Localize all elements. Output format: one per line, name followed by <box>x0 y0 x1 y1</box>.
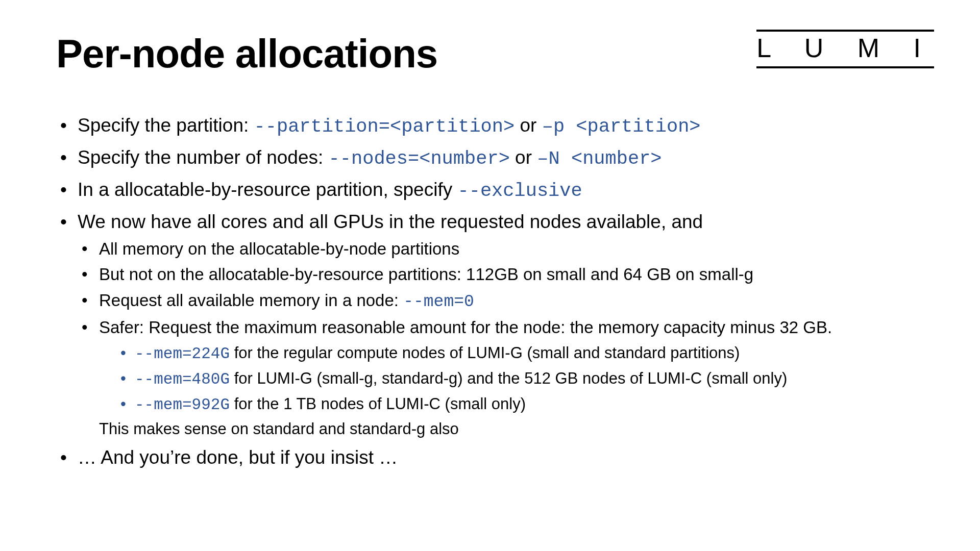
sub2-list: --mem=224G for the regular compute nodes… <box>99 342 924 416</box>
bullet-partition: Specify the partition: --partition=<part… <box>56 113 924 140</box>
sub2-224g: --mem=224G for the regular compute nodes… <box>117 342 924 365</box>
sub-list: All memory on the allocatable-by-node pa… <box>78 238 924 440</box>
sub-safer: Safer: Request the maximum reasonable am… <box>78 316 924 440</box>
text: … And you’re done, but if you insist … <box>78 447 398 468</box>
text: Specify the number of nodes: <box>78 147 329 168</box>
code-mem-0: --mem=0 <box>403 292 474 311</box>
bullet-all-cores: We now have all cores and all GPUs in th… <box>56 209 924 440</box>
lumi-logo: L U M I <box>756 30 934 68</box>
text: In a allocatable-by-resource partition, … <box>78 179 457 200</box>
code-exclusive: --exclusive <box>457 180 582 202</box>
text: for the 1 TB nodes of LUMI-C (small only… <box>230 395 526 413</box>
text: Request all available memory in a node: <box>99 291 403 310</box>
code-nodes-short: –N <number> <box>537 148 662 169</box>
text: All memory on the allocatable-by-node pa… <box>99 239 459 258</box>
code-mem-992g: --mem=992G <box>135 396 230 414</box>
bullet-list: Specify the partition: --partition=<part… <box>56 113 924 470</box>
text: for the regular compute nodes of LUMI-G … <box>230 344 740 362</box>
slide: L U M I Per-node allocations Specify the… <box>0 0 980 551</box>
text: or <box>514 115 542 136</box>
sub-safer-trail: This makes sense on standard and standar… <box>99 418 924 440</box>
text: Specify the partition: <box>78 115 254 136</box>
text: or <box>510 147 537 168</box>
code-mem-480g: --mem=480G <box>135 370 230 388</box>
sub-not-on: But not on the allocatable-by-resource p… <box>78 263 924 286</box>
text: We now have all cores and all GPUs in th… <box>78 211 703 232</box>
bullet-done: … And you’re done, but if you insist … <box>56 445 924 470</box>
text: for LUMI-G (small-g, standard-g) and the… <box>230 369 787 387</box>
bullet-nodes: Specify the number of nodes: --nodes=<nu… <box>56 145 924 172</box>
sub2-480g: --mem=480G for LUMI-G (small-g, standard… <box>117 368 924 390</box>
code-nodes-long: --nodes=<number> <box>329 148 510 169</box>
code-partition-long: --partition=<partition> <box>254 116 515 137</box>
bullet-exclusive: In a allocatable-by-resource partition, … <box>56 177 924 204</box>
text: But not on the allocatable-by-resource p… <box>99 265 753 284</box>
sub2-992g: --mem=992G for the 1 TB nodes of LUMI-C … <box>117 393 924 416</box>
text: Safer: Request the maximum reasonable am… <box>99 318 832 337</box>
sub-request-all: Request all available memory in a node: … <box>78 289 924 314</box>
sub-all-memory: All memory on the allocatable-by-node pa… <box>78 238 924 261</box>
code-mem-224g: --mem=224G <box>135 345 230 363</box>
code-partition-short: –p <partition> <box>542 116 701 137</box>
